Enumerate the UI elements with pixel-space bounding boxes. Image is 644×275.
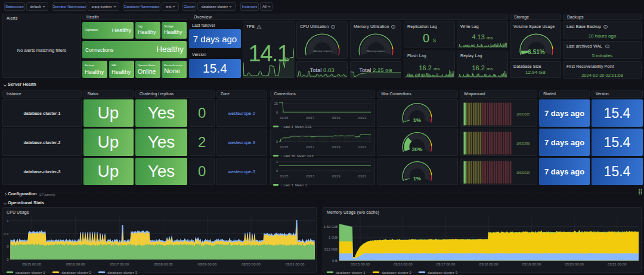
svg-text:03/19 00:00: 03/19 00:00 [198, 262, 217, 266]
svg-text:03/16 00:00: 03/16 00:00 [66, 262, 85, 266]
svg-text:03/16 00:00: 03/16 00:00 [394, 262, 413, 266]
svg-text:03/15 00:00: 03/15 00:00 [351, 262, 370, 266]
svg-text:03/21 00:00: 03/21 00:00 [286, 262, 305, 266]
svg-text:03/17: 03/17 [306, 116, 314, 120]
svg-text:1%: 1% [413, 176, 420, 182]
svg-text:0: 0 [7, 244, 9, 248]
svg-text:0: 0 [275, 140, 277, 143]
svg-text:03/21 00:00: 03/21 00:00 [608, 262, 627, 266]
svg-text:03/15: 03/15 [280, 116, 288, 120]
svg-text:03/20 00:00: 03/20 00:00 [242, 262, 261, 266]
svg-text:0: 0 [275, 169, 277, 173]
svg-text:03/17: 03/17 [306, 174, 314, 178]
svg-text:03/18 00:00: 03/18 00:00 [479, 262, 499, 266]
svg-text:03/19: 03/19 [332, 116, 340, 120]
svg-text:1.50 GiB: 1.50 GiB [324, 224, 338, 228]
svg-text:03/18 00:00: 03/18 00:00 [154, 262, 173, 266]
svg-text:1: 1 [7, 218, 9, 222]
svg-text:03/19 00:00: 03/19 00:00 [522, 262, 541, 266]
svg-text:1%: 1% [413, 117, 420, 123]
svg-text:03/21: 03/21 [358, 174, 366, 178]
svg-text:512 MiB: 512 MiB [324, 247, 338, 251]
svg-text:03/20 00:00: 03/20 00:00 [565, 262, 584, 266]
svg-text:6.51%: 6.51% [528, 49, 544, 55]
svg-text:03/17: 03/17 [306, 145, 314, 149]
svg-text:03/19: 03/19 [332, 174, 340, 178]
svg-text:0.1: 0.1 [4, 232, 9, 235]
svg-text:0: 0 [7, 258, 9, 261]
svg-text:03/19: 03/19 [332, 145, 340, 149]
svg-text:Missing request: Missing request [314, 49, 332, 52]
svg-text:03/17 00:00: 03/17 00:00 [110, 262, 129, 266]
svg-text:03/15: 03/15 [280, 145, 288, 149]
svg-text:03/15 00:00: 03/15 00:00 [22, 262, 41, 266]
svg-text:03/21: 03/21 [358, 116, 366, 120]
svg-text:0 B: 0 B [332, 258, 338, 262]
svg-text:1 GiB: 1 GiB [329, 236, 338, 239]
svg-text:03/21: 03/21 [358, 145, 366, 149]
svg-text:0: 0 [275, 111, 277, 114]
svg-text:30%: 30% [411, 146, 422, 152]
svg-text:25: 25 [274, 102, 277, 105]
svg-text:2: 2 [275, 160, 277, 164]
svg-text:03/17 00:00: 03/17 00:00 [436, 262, 456, 266]
svg-text:03/15: 03/15 [280, 174, 288, 178]
svg-text:Missing request: Missing request [367, 49, 386, 52]
